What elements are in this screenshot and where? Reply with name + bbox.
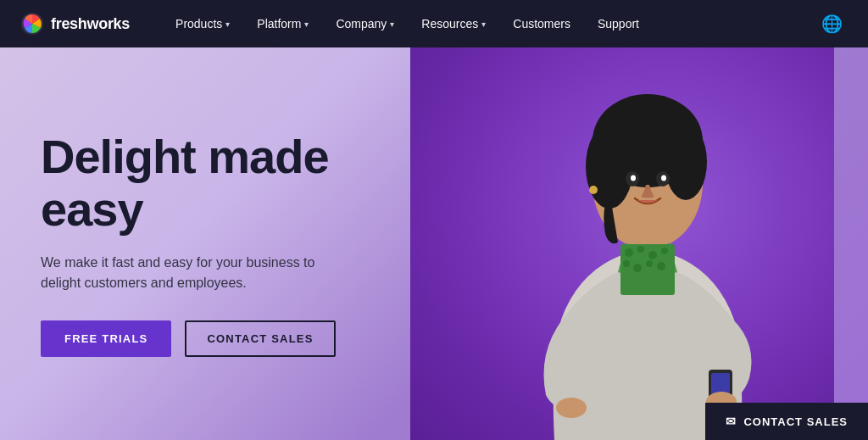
nav-item-company[interactable]: Company ▾ xyxy=(324,10,406,37)
hero-subtext: We make it fast and easy for your busine… xyxy=(41,253,329,293)
products-chevron-icon: ▾ xyxy=(225,19,230,29)
hero-headline: Delight made easy xyxy=(41,131,336,235)
free-trials-button[interactable]: FREE TRIALS xyxy=(41,320,171,357)
logo[interactable]: freshworks xyxy=(20,12,130,36)
logo-text: freshworks xyxy=(51,15,130,33)
nav-item-products[interactable]: Products ▾ xyxy=(164,10,242,37)
svg-point-24 xyxy=(589,186,598,194)
svg-point-22 xyxy=(556,398,587,418)
svg-point-6 xyxy=(665,124,707,200)
nav-item-customers[interactable]: Customers xyxy=(501,10,582,37)
svg-point-19 xyxy=(657,262,665,270)
mail-icon: ✉ xyxy=(726,415,737,428)
nav-links: Products ▾ Platform ▾ Company ▾ Resource… xyxy=(164,10,816,37)
hero-buttons: FREE TRIALS CONTACT SALES xyxy=(41,320,336,357)
svg-point-15 xyxy=(661,248,668,254)
globe-icon[interactable]: 🌐 xyxy=(816,8,848,39)
svg-point-18 xyxy=(646,260,653,267)
svg-point-12 xyxy=(625,248,633,257)
freshworks-logo-icon xyxy=(20,12,44,36)
contact-sales-button[interactable]: CONTACT SALES xyxy=(185,320,335,357)
hero-content: Delight made easy We make it fast and ea… xyxy=(0,131,336,356)
svg-point-14 xyxy=(648,251,657,259)
svg-point-9 xyxy=(631,175,636,181)
platform-chevron-icon: ▾ xyxy=(304,19,309,29)
svg-point-17 xyxy=(633,264,642,272)
svg-point-10 xyxy=(661,175,666,181)
navbar: freshworks Products ▾ Platform ▾ Company… xyxy=(0,0,868,47)
svg-point-16 xyxy=(623,260,630,267)
floating-contact-sales-button[interactable]: ✉ CONTACT SALES xyxy=(705,403,868,440)
nav-item-support[interactable]: Support xyxy=(586,10,651,37)
hero-section: Delight made easy We make it fast and ea… xyxy=(0,47,868,440)
nav-right: 🌐 xyxy=(816,8,848,39)
svg-point-13 xyxy=(637,246,644,253)
hero-person-image xyxy=(478,47,817,440)
company-chevron-icon: ▾ xyxy=(390,19,394,29)
nav-item-resources[interactable]: Resources ▾ xyxy=(409,10,498,37)
resources-chevron-icon: ▾ xyxy=(481,19,486,29)
nav-item-platform[interactable]: Platform ▾ xyxy=(245,10,320,37)
